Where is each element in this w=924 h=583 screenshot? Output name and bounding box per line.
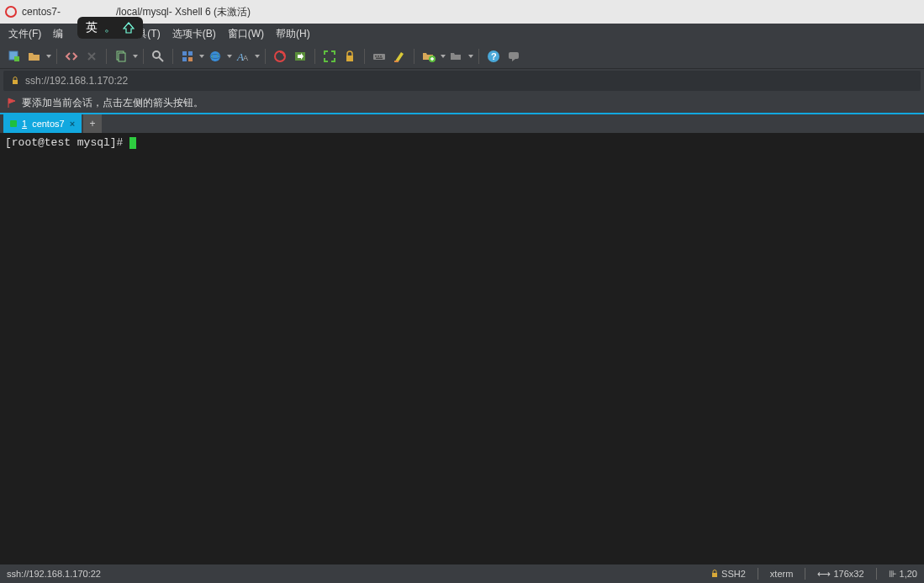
menu-file[interactable]: 文件(F) — [8, 27, 41, 41]
address-text: ssh://192.168.1.170:22 — [25, 75, 128, 87]
terminal[interactable]: [root@test mysql]# — [0, 133, 924, 564]
tab-index: 1 — [22, 119, 27, 129]
title-dash: - — [57, 6, 61, 18]
highlight-button[interactable] — [390, 47, 409, 66]
help-button[interactable]: ? — [484, 47, 503, 66]
svg-rect-20 — [380, 56, 382, 57]
keyboard-button[interactable] — [370, 47, 388, 66]
copy-button[interactable] — [112, 47, 130, 66]
svg-rect-22 — [394, 61, 399, 62]
font-button[interactable]: AA — [234, 47, 252, 66]
svg-rect-21 — [376, 57, 383, 59]
find-button[interactable] — [149, 47, 167, 66]
tab-add-button[interactable]: + — [83, 114, 102, 133]
app-logo-icon — [5, 6, 17, 18]
tab-close-button[interactable]: × — [70, 119, 75, 129]
svg-rect-16 — [346, 56, 353, 61]
address-bar[interactable]: ssh://192.168.1.170:22 — [3, 71, 921, 91]
flag-icon — [7, 98, 17, 108]
dropdown-icon[interactable] — [255, 54, 260, 59]
svg-rect-18 — [375, 56, 377, 57]
connection-status-icon — [10, 120, 17, 127]
menu-tabs[interactable]: 选项卡(B) — [172, 27, 216, 41]
title-app: - Xshell 6 (未激活) — [169, 5, 251, 19]
globe-button[interactable] — [206, 47, 224, 66]
dropdown-icon[interactable] — [468, 54, 473, 59]
xftp-button[interactable] — [291, 47, 309, 66]
status-proto: SSH2 — [710, 569, 746, 579]
folder-button[interactable] — [447, 47, 466, 66]
menu-edit[interactable]: 编 — [53, 27, 63, 41]
chat-button[interactable] — [504, 47, 523, 66]
hint-text: 要添加当前会话，点击左侧的箭头按钮。 — [22, 96, 203, 110]
svg-rect-9 — [188, 57, 193, 61]
status-pos: ⊪ 1,20 — [889, 569, 917, 580]
svg-rect-19 — [378, 56, 379, 57]
tab-bar: 1 centos7 × + — [0, 113, 924, 133]
fullscreen-button[interactable] — [320, 47, 339, 66]
status-bar: ssh://192.168.1.170:22 SSH2 xterm ⟷ 176x… — [0, 564, 924, 583]
svg-point-10 — [210, 51, 220, 61]
view-button[interactable] — [178, 47, 197, 66]
xshell-button[interactable] — [271, 47, 289, 66]
tab-centos7[interactable]: 1 centos7 × — [3, 114, 82, 133]
dropdown-icon[interactable] — [227, 54, 232, 59]
svg-text:A: A — [243, 54, 248, 62]
svg-point-4 — [153, 51, 160, 58]
ime-indicator[interactable]: 英 。 — [77, 17, 143, 39]
svg-line-5 — [159, 57, 163, 61]
svg-rect-26 — [509, 52, 519, 59]
ime-punct: 。 — [104, 20, 116, 35]
svg-text:?: ? — [491, 51, 497, 61]
title-session: centos7 — [22, 6, 57, 18]
menu-window[interactable]: 窗口(W) — [228, 27, 264, 41]
ime-lang: 英 — [86, 20, 98, 35]
menu-help[interactable]: 帮助(H) — [276, 27, 310, 41]
tab-label: centos7 — [32, 119, 65, 129]
lock-button[interactable] — [341, 47, 359, 66]
new-folder-button[interactable] — [420, 47, 438, 66]
disconnect-button[interactable] — [82, 47, 101, 66]
terminal-cursor — [129, 137, 136, 149]
dropdown-icon[interactable] — [46, 54, 51, 59]
open-session-button[interactable] — [25, 47, 44, 66]
svg-rect-8 — [182, 57, 187, 61]
new-session-button[interactable] — [5, 47, 24, 66]
svg-rect-3 — [119, 53, 125, 61]
dropdown-icon[interactable] — [133, 54, 138, 59]
terminal-prompt: [root@test mysql]# — [5, 136, 129, 149]
toolbar: AA ? — [0, 44, 924, 69]
svg-rect-1 — [14, 56, 19, 61]
status-size: ⟷ 176x32 — [817, 569, 863, 580]
ime-shift-icon — [123, 22, 135, 34]
hint-bar: 要添加当前会话，点击左侧的箭头按钮。 — [0, 93, 924, 113]
svg-rect-27 — [13, 80, 18, 84]
status-address: ssh://192.168.1.170:22 — [7, 569, 101, 579]
svg-rect-28 — [712, 573, 717, 577]
lock-icon — [10, 76, 20, 86]
reconnect-button[interactable] — [62, 47, 81, 66]
dropdown-icon[interactable] — [441, 54, 446, 59]
svg-rect-7 — [188, 51, 193, 56]
dropdown-icon[interactable] — [199, 54, 204, 59]
status-term: xterm — [770, 569, 794, 579]
svg-rect-6 — [182, 51, 187, 56]
title-path: /local/mysql — [116, 6, 169, 18]
